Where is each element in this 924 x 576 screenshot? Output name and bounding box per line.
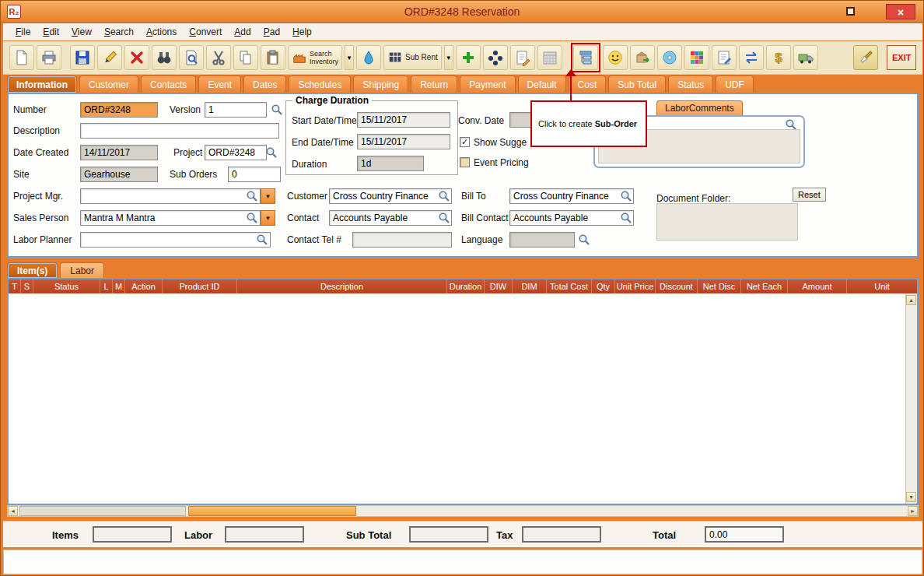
items-table-body[interactable] [9, 293, 905, 504]
calendar-button[interactable] [537, 45, 562, 70]
paintbrush-button[interactable] [853, 45, 878, 70]
col-description[interactable]: Description [237, 279, 447, 293]
version-field[interactable]: 1 [205, 102, 267, 118]
cube-stack-button[interactable] [684, 45, 709, 70]
tab-labor[interactable]: Labor [60, 262, 104, 278]
group-button[interactable] [483, 45, 508, 70]
col-diw[interactable]: DIW [485, 279, 513, 293]
tab-return[interactable]: Return [411, 76, 457, 93]
cut-button[interactable] [206, 45, 231, 70]
col-s[interactable]: S [21, 279, 33, 293]
tab-dates[interactable]: Dates [243, 76, 286, 93]
labor-planner-field[interactable] [80, 232, 271, 248]
col-m[interactable]: M [113, 279, 125, 293]
tab-sub-total[interactable]: Sub Total [608, 76, 666, 93]
tab-status[interactable]: Status [668, 76, 713, 93]
menu-add[interactable]: Add [228, 25, 257, 39]
sub-rent-button[interactable]: Sub Rent [383, 45, 442, 70]
project-field[interactable]: ORD#3248 [205, 145, 267, 160]
col-duration[interactable]: Duration [447, 279, 485, 293]
search-inventory-dropdown[interactable]: ▼ [345, 45, 354, 70]
contact-tel-field[interactable] [352, 232, 452, 248]
notes-button[interactable] [510, 45, 535, 70]
close-button[interactable]: × [886, 4, 915, 19]
tab-items[interactable]: Item(s) [7, 262, 58, 278]
duration-field[interactable]: 1d [357, 156, 424, 171]
copy-button[interactable] [233, 45, 258, 70]
col-net-each[interactable]: Net Each [741, 279, 788, 293]
dollar-button[interactable]: $ [766, 45, 791, 70]
col-l[interactable]: L [100, 279, 113, 293]
customer-search-icon[interactable] [438, 190, 450, 202]
col-amount[interactable]: Amount [788, 279, 847, 293]
col-status[interactable]: Status [33, 279, 100, 293]
scrollbar-thumb[interactable] [188, 506, 356, 516]
tab-udf[interactable]: UDF [716, 76, 754, 93]
show-suggest-checkbox[interactable]: ✓ [460, 137, 470, 147]
tab-cost[interactable]: Cost [569, 76, 607, 93]
add-button[interactable] [456, 45, 481, 70]
language-search-icon[interactable] [578, 234, 590, 246]
labor-planner-search-icon[interactable] [256, 234, 268, 246]
smiley-button[interactable] [603, 45, 628, 70]
tab-contacts[interactable]: Contacts [141, 76, 196, 93]
col-qty[interactable]: Qty [592, 279, 615, 293]
truck-button[interactable] [793, 45, 818, 70]
scroll-right-button[interactable]: ► [908, 506, 918, 516]
sales-person-search-icon[interactable] [246, 212, 258, 224]
project-mgr-field[interactable] [80, 188, 261, 204]
contact-search-icon[interactable] [438, 212, 450, 224]
tab-payment[interactable]: Payment [460, 76, 515, 93]
col-product-id[interactable]: Product ID [163, 279, 237, 293]
project-search-icon[interactable] [265, 146, 278, 159]
tab-shipping[interactable]: Shipping [353, 76, 408, 93]
tab-default[interactable]: Default [518, 76, 566, 93]
tab-information[interactable]: Information [7, 76, 77, 93]
date-created-field[interactable]: 14/11/2017 [80, 145, 158, 160]
menu-edit[interactable]: Edit [37, 25, 65, 39]
bill-contact-field[interactable]: Accounts Payable [509, 210, 634, 226]
currency-transfer-button[interactable] [739, 45, 764, 70]
tab-schedules[interactable]: Schedules [289, 76, 351, 93]
col-action[interactable]: Action [125, 279, 163, 293]
print-button[interactable] [37, 45, 61, 70]
col-unit-price[interactable]: Unit Price [615, 279, 656, 293]
package-button[interactable] [630, 45, 655, 70]
scroll-left-button[interactable]: ◄ [8, 506, 18, 516]
sales-person-dropdown[interactable]: ▼ [261, 210, 275, 226]
document-folder-area[interactable] [656, 203, 798, 241]
save-button[interactable] [70, 45, 95, 70]
contact-field[interactable]: Accounts Payable [329, 210, 452, 226]
language-field[interactable] [509, 232, 575, 248]
col-unit[interactable]: Unit [847, 279, 917, 293]
end-datetime-field[interactable]: 15/11/2017 [357, 134, 450, 149]
scroll-down-button[interactable]: ▼ [906, 492, 916, 502]
delete-button[interactable] [124, 45, 149, 70]
col-dim[interactable]: DIM [513, 279, 547, 293]
create-sub-order-button[interactable] [573, 45, 598, 70]
menu-search[interactable]: Search [98, 25, 140, 39]
menu-help[interactable]: Help [286, 25, 318, 39]
vertical-scrollbar[interactable]: ▲ ▼ [905, 293, 917, 504]
drop-button[interactable] [356, 45, 381, 70]
bill-to-field[interactable]: Cross Country Finance [509, 188, 634, 204]
start-datetime-field[interactable]: 15/11/2017 [357, 112, 450, 128]
project-mgr-search-icon[interactable] [246, 190, 258, 202]
event-pricing-checkbox[interactable] [460, 157, 470, 167]
menu-pad[interactable]: Pad [257, 25, 286, 39]
menu-view[interactable]: View [65, 25, 98, 39]
scroll-up-button[interactable]: ▲ [906, 295, 916, 305]
customer-field[interactable]: Cross Country Finance [329, 188, 452, 204]
menu-file[interactable]: File [9, 25, 37, 39]
bill-contact-search-icon[interactable] [620, 212, 632, 224]
project-mgr-dropdown[interactable]: ▼ [261, 188, 275, 204]
tab-labor-comments[interactable]: LaborComments [656, 100, 743, 115]
menu-actions[interactable]: Actions [140, 25, 183, 39]
search-inventory-button[interactable]: SearchInventory [288, 45, 342, 70]
number-field[interactable]: ORD#3248 [80, 102, 158, 118]
paste-button[interactable] [261, 45, 285, 70]
sub-rent-dropdown[interactable]: ▼ [444, 45, 453, 70]
disc-button[interactable] [657, 45, 682, 70]
new-button[interactable] [9, 45, 34, 70]
find-button[interactable] [152, 45, 177, 70]
